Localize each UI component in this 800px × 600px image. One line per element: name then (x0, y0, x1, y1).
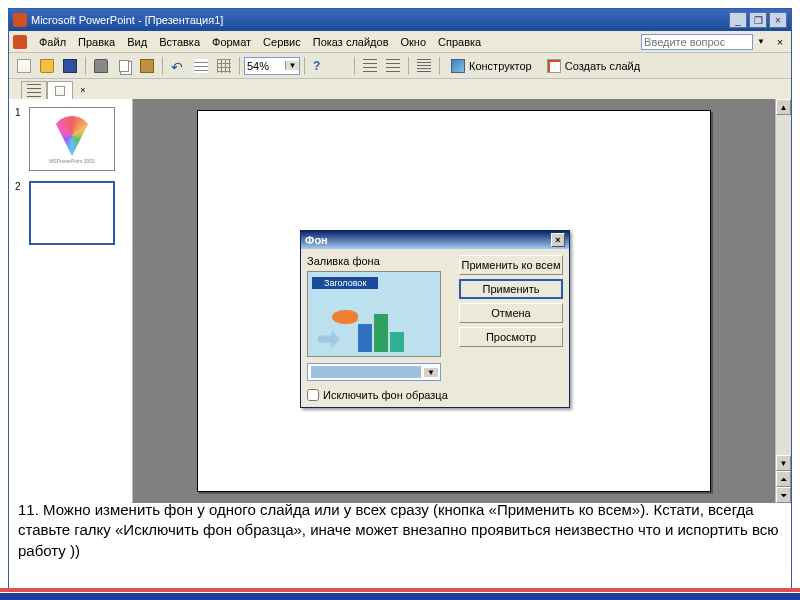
menu-window[interactable]: Окно (395, 34, 433, 50)
open-button[interactable] (36, 55, 58, 77)
undo-icon: ↶ (171, 59, 185, 73)
outline-icon (27, 84, 41, 98)
separator (162, 57, 163, 75)
app-icon (13, 13, 27, 27)
separator (304, 57, 305, 75)
menu-edit[interactable]: Правка (72, 34, 121, 50)
paste-button[interactable] (136, 55, 158, 77)
color-fan-icon (52, 116, 92, 156)
menu-view[interactable]: Вид (121, 34, 153, 50)
exclude-master-checkbox[interactable] (307, 389, 319, 401)
open-icon (40, 59, 54, 73)
scroll-down-button[interactable]: ▼ (776, 455, 791, 471)
paste-icon (140, 59, 154, 73)
doc-icon (13, 35, 27, 49)
thumb-number: 1 (15, 107, 25, 171)
menu-insert[interactable]: Вставка (153, 34, 206, 50)
dialog-titlebar[interactable]: Фон × (301, 231, 569, 249)
tab-slides[interactable] (47, 81, 73, 99)
undo-button[interactable]: ↶ (167, 55, 189, 77)
separator (439, 57, 440, 75)
ask-question-input[interactable] (641, 34, 753, 50)
new-button[interactable] (13, 55, 35, 77)
new-slide-icon (547, 59, 561, 73)
designer-label: Конструктор (469, 60, 532, 72)
scroll-up-button[interactable]: ▲ (776, 99, 791, 115)
scroll-track[interactable] (776, 115, 791, 455)
help-icon: ? (313, 59, 327, 73)
bar-icon (374, 314, 388, 352)
instruction-text: 11. Можно изменить фон у одного слайда и… (18, 500, 784, 561)
zoom-dropdown[interactable]: ▼ (285, 61, 299, 70)
pane-tabs: × (9, 79, 791, 99)
apply-all-button[interactable]: Применить ко всем (459, 255, 563, 275)
fill-preview: Заголовок (307, 271, 441, 357)
arrow-shape-icon (318, 330, 340, 348)
preview-button[interactable]: Просмотр (459, 327, 563, 347)
vertical-scrollbar[interactable]: ▲ ▼ ⏶ ⏷ (775, 99, 791, 503)
slides-icon (55, 86, 65, 96)
save-icon (63, 59, 77, 73)
align-icon (417, 59, 431, 73)
dialog-close-button[interactable]: × (551, 233, 565, 247)
new-icon (17, 59, 31, 73)
copy-button[interactable] (113, 55, 135, 77)
minimize-button[interactable]: _ (729, 12, 747, 28)
dialog-title: Фон (305, 234, 328, 246)
background-dialog: Фон × Заливка фона Заголовок ▼ Примен (300, 230, 570, 408)
separator (85, 57, 86, 75)
title-bar: Microsoft PowerPoint - [Презентация1] _ … (9, 9, 791, 31)
cancel-button[interactable]: Отмена (459, 303, 563, 323)
color-swatch (311, 366, 421, 378)
menu-help[interactable]: Справка (432, 34, 487, 50)
fill-label: Заливка фона (307, 255, 453, 267)
ask-dropdown[interactable]: ▼ (757, 37, 765, 46)
help-button[interactable]: ? (309, 55, 331, 77)
grid-button[interactable] (213, 55, 235, 77)
separator (354, 57, 355, 75)
bar-icon (358, 324, 372, 352)
standard-toolbar: ↶ ▼ ? Конструктор Создать слайд (9, 53, 791, 79)
zoom-input[interactable] (245, 60, 285, 72)
fill-color-dropdown[interactable]: ▼ (307, 363, 441, 381)
apply-button[interactable]: Применить (459, 279, 563, 299)
numbering-icon (363, 59, 377, 73)
menu-tools[interactable]: Сервис (257, 34, 307, 50)
align-button[interactable] (413, 55, 435, 77)
tab-close[interactable]: × (73, 81, 93, 99)
zoom-combo[interactable]: ▼ (244, 57, 300, 75)
thumbnail-1[interactable]: 1 MSPowerPoint 2003 (15, 107, 126, 171)
window-title: Microsoft PowerPoint - [Презентация1] (31, 14, 729, 26)
bar-icon (390, 332, 404, 352)
new-slide-label: Создать слайд (565, 60, 640, 72)
save-button[interactable] (59, 55, 81, 77)
prev-slide-button[interactable]: ⏶ (776, 471, 791, 487)
thumb-caption: MSPowerPoint 2003 (36, 158, 108, 164)
menu-bar: Файл Правка Вид Вставка Формат Сервис По… (9, 31, 791, 53)
new-slide-button[interactable]: Создать слайд (540, 55, 647, 77)
restore-button[interactable]: ❐ (749, 12, 767, 28)
menu-file[interactable]: Файл (33, 34, 72, 50)
thumbnail-pane: 1 MSPowerPoint 2003 2 (9, 99, 133, 503)
fish-icon (332, 310, 358, 324)
grid-icon (217, 59, 231, 73)
close-button[interactable]: × (769, 12, 787, 28)
print-button[interactable] (90, 55, 112, 77)
outline-num-button[interactable] (359, 55, 381, 77)
table-button[interactable] (190, 55, 212, 77)
decorative-stripe (0, 588, 800, 600)
exclude-master-label: Исключить фон образца (323, 389, 448, 401)
preview-title: Заголовок (312, 277, 378, 289)
table-icon (194, 59, 208, 73)
thumb-number: 2 (15, 181, 25, 245)
designer-button[interactable]: Конструктор (444, 55, 539, 77)
separator (239, 57, 240, 75)
menu-slideshow[interactable]: Показ слайдов (307, 34, 395, 50)
tab-outline[interactable] (21, 81, 47, 99)
outline-bul-button[interactable] (382, 55, 404, 77)
thumbnail-2[interactable]: 2 (15, 181, 126, 245)
menu-format[interactable]: Формат (206, 34, 257, 50)
bullets-icon (386, 59, 400, 73)
close-doc-button[interactable]: × (773, 35, 787, 49)
designer-icon (451, 59, 465, 73)
